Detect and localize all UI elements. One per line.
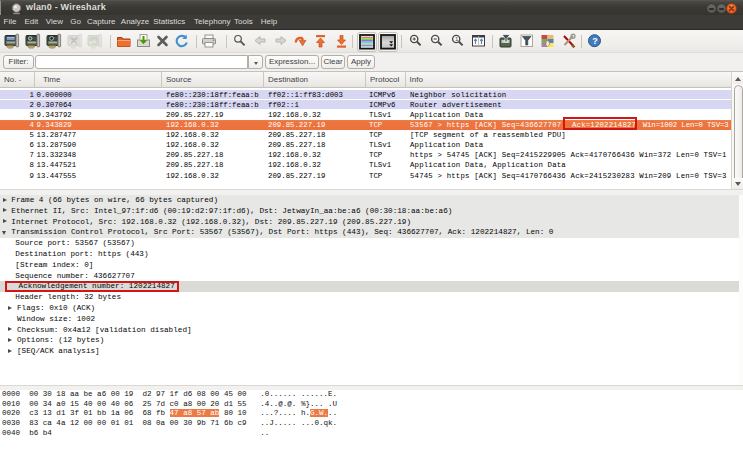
svg-text:?: ? (592, 36, 598, 46)
